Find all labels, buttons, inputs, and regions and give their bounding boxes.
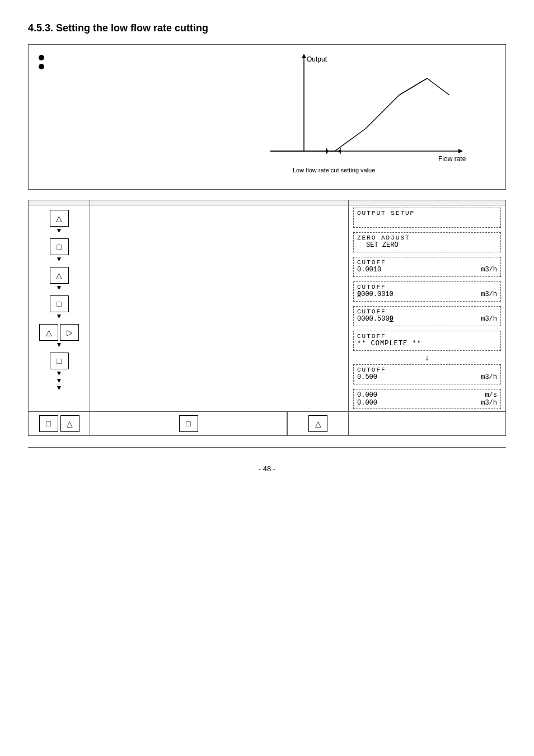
last-col-triangle: △ — [287, 412, 349, 435]
screen-cutoff-complete: CUTOFF ** COMPLETE ** — [353, 331, 501, 351]
header-description — [90, 200, 349, 205]
screen-cutoff-1: CUTOFF 0.0010 m3/h — [353, 257, 501, 277]
step-6-btn: □ ▼ ▼ ▼ — [50, 353, 69, 391]
down-arrow-indicator: ↓ — [349, 353, 505, 362]
step-2-btn: □ ▼ — [50, 238, 69, 262]
screen-7-title: CUTOFF — [357, 367, 497, 373]
page-divider — [28, 447, 506, 448]
triangle-up-btn-1[interactable]: △ — [50, 210, 69, 227]
svg-line-16 — [427, 78, 449, 95]
bullet-1 — [39, 55, 44, 60]
svg-text:Flow rate: Flow rate — [438, 155, 466, 163]
step-5-btn: △ ▷ ▼ — [39, 324, 79, 348]
square-btn-last-2[interactable]: □ — [179, 415, 198, 432]
screen-4-value: 0000.0010 — [357, 290, 394, 298]
right-arrow-btn[interactable]: ▷ — [60, 324, 79, 341]
square-btn-1[interactable]: □ — [50, 238, 69, 255]
triangle-up-btn-last[interactable]: △ — [60, 415, 79, 432]
description-column — [90, 205, 349, 411]
screen-8-unit2: m3/h — [481, 399, 497, 407]
screen-7-unit: m3/h — [481, 373, 497, 381]
screen-8-unit1: m/s — [485, 391, 497, 399]
diagram-box: Output Flow rate Low flow rate cut setti… — [28, 44, 506, 190]
screen-4-unit: m3/h — [481, 290, 497, 298]
screen-7-value: 0.500 — [357, 373, 377, 381]
display-column: OUTPUT SETUP ZERO ADJUST SET ZERO CUTOFF… — [349, 205, 505, 411]
step-3-btn: △ ▼ — [50, 267, 69, 291]
screen-8-value1: 0.000 — [357, 391, 377, 399]
screen-zero-adjust: ZERO ADJUST SET ZERO — [353, 232, 501, 252]
table-body: △ ▼ □ ▼ △ ▼ □ ▼ △ ▷ — [29, 205, 505, 411]
square-btn-2[interactable]: □ — [50, 295, 69, 312]
screen-4-title: CUTOFF — [357, 284, 497, 290]
screen-6-value: ** COMPLETE ** — [357, 340, 497, 348]
screen-cutoff-2: CUTOFF 0000.0010 m3/h — [353, 281, 501, 302]
screen-5-unit: m3/h — [481, 315, 497, 323]
screen-5-value: 0000.5000 — [357, 315, 394, 323]
page-number: - 48 - — [28, 464, 506, 473]
last-table-row: □ △ □ △ — [29, 411, 505, 435]
flow-chart: Output Flow rate Low flow rate cut setti… — [237, 50, 472, 179]
screen-2-title: ZERO ADJUST — [357, 234, 497, 241]
screen-6-title: CUTOFF — [357, 333, 497, 340]
screen-measurement: 0.000 m/s 0.000 m3/h — [353, 389, 501, 409]
triangle-up-btn-last-2[interactable]: △ — [308, 415, 327, 432]
screen-5-title: CUTOFF — [357, 308, 497, 315]
last-col-2: □ — [90, 412, 287, 435]
triangle-up-btn-3[interactable]: △ — [39, 324, 58, 341]
screen-2-value: SET ZERO — [357, 241, 497, 249]
svg-marker-3 — [458, 149, 463, 153]
triangle-up-btn-2[interactable]: △ — [50, 267, 69, 284]
svg-text:Low flow rate cut setting valu: Low flow rate cut setting value — [293, 167, 375, 173]
last-col-3 — [349, 412, 505, 435]
screen-3-value: 0.0010 — [357, 266, 381, 274]
svg-text:Output: Output — [307, 55, 327, 63]
square-btn-last[interactable]: □ — [39, 415, 58, 432]
screen-1-title: OUTPUT SETUP — [357, 210, 497, 217]
step-1-btn: △ ▼ — [50, 210, 69, 234]
square-btn-3[interactable]: □ — [50, 353, 69, 369]
screen-3-unit: m3/h — [481, 266, 497, 274]
table-header — [29, 200, 505, 205]
page-title: 4.5.3. Setting the low flow rate cutting — [28, 22, 506, 34]
header-display — [349, 200, 505, 205]
screen-output-setup: OUTPUT SETUP — [353, 208, 501, 228]
last-col-1: □ △ — [29, 412, 90, 435]
button-column: △ ▼ □ ▼ △ ▼ □ ▼ △ ▷ — [29, 205, 90, 411]
header-operation — [29, 200, 90, 205]
screen-3-title: CUTOFF — [357, 259, 497, 266]
bullet-list — [39, 55, 44, 69]
screen-cutoff-final: CUTOFF 0.500 m3/h — [353, 364, 501, 384]
instruction-table: △ ▼ □ ▼ △ ▼ □ ▼ △ ▷ — [28, 200, 506, 436]
screen-cutoff-3: CUTOFF 0000.5000 m3/h — [353, 306, 501, 326]
bullet-2 — [39, 64, 44, 69]
svg-marker-1 — [302, 54, 306, 58]
screen-8-value2: 0.000 — [357, 399, 377, 407]
step-4-btn: □ ▼ — [50, 295, 69, 320]
svg-line-14 — [366, 95, 399, 129]
svg-line-15 — [399, 78, 427, 95]
svg-line-13 — [335, 129, 366, 151]
